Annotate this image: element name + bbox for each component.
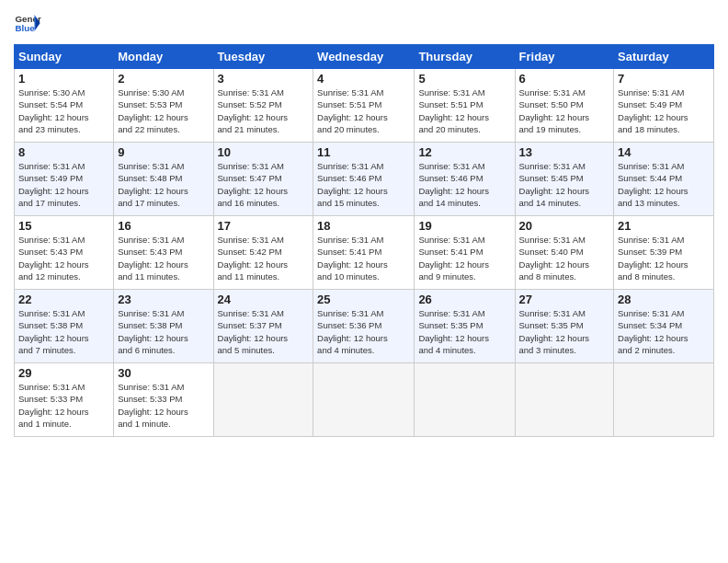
calendar-cell: 13Sunrise: 5:31 AM Sunset: 5:45 PM Dayli… xyxy=(515,143,614,216)
day-number: 14 xyxy=(618,145,710,159)
weekday-header-row: SundayMondayTuesdayWednesdayThursdayFrid… xyxy=(15,45,714,69)
calendar-cell: 4Sunrise: 5:31 AM Sunset: 5:51 PM Daylig… xyxy=(313,69,415,143)
weekday-wednesday: Wednesday xyxy=(313,45,415,69)
day-info: Sunrise: 5:30 AM Sunset: 5:53 PM Dayligh… xyxy=(118,86,209,135)
day-info: Sunrise: 5:31 AM Sunset: 5:35 PM Dayligh… xyxy=(519,307,610,356)
week-row-1: 1Sunrise: 5:30 AM Sunset: 5:54 PM Daylig… xyxy=(15,69,714,143)
calendar-cell: 9Sunrise: 5:31 AM Sunset: 5:48 PM Daylig… xyxy=(114,143,213,216)
calendar-cell: 11Sunrise: 5:31 AM Sunset: 5:46 PM Dayli… xyxy=(313,143,415,216)
day-info: Sunrise: 5:31 AM Sunset: 5:38 PM Dayligh… xyxy=(118,307,209,356)
day-number: 26 xyxy=(418,293,510,306)
day-info: Sunrise: 5:31 AM Sunset: 5:40 PM Dayligh… xyxy=(519,234,610,282)
day-number: 21 xyxy=(618,219,710,233)
day-number: 18 xyxy=(317,219,410,233)
calendar-cell: 30Sunrise: 5:31 AM Sunset: 5:33 PM Dayli… xyxy=(114,363,213,437)
calendar-cell xyxy=(515,363,614,437)
day-info: Sunrise: 5:31 AM Sunset: 5:36 PM Dayligh… xyxy=(317,307,410,356)
calendar-cell: 14Sunrise: 5:31 AM Sunset: 5:44 PM Dayli… xyxy=(614,143,714,216)
calendar-cell: 28Sunrise: 5:31 AM Sunset: 5:34 PM Dayli… xyxy=(614,290,714,363)
day-number: 19 xyxy=(418,219,510,233)
weekday-saturday: Saturday xyxy=(614,45,714,69)
logo: General Blue xyxy=(14,9,41,37)
day-info: Sunrise: 5:31 AM Sunset: 5:35 PM Dayligh… xyxy=(418,307,510,356)
calendar-cell: 17Sunrise: 5:31 AM Sunset: 5:42 PM Dayli… xyxy=(213,216,313,290)
day-number: 16 xyxy=(118,219,209,233)
week-row-3: 15Sunrise: 5:31 AM Sunset: 5:43 PM Dayli… xyxy=(15,216,714,290)
calendar-cell: 2Sunrise: 5:30 AM Sunset: 5:53 PM Daylig… xyxy=(114,69,213,143)
day-info: Sunrise: 5:31 AM Sunset: 5:48 PM Dayligh… xyxy=(118,160,209,209)
calendar-cell: 21Sunrise: 5:31 AM Sunset: 5:39 PM Dayli… xyxy=(614,216,714,290)
weekday-friday: Friday xyxy=(515,45,614,69)
day-info: Sunrise: 5:31 AM Sunset: 5:49 PM Dayligh… xyxy=(18,160,109,209)
day-info: Sunrise: 5:31 AM Sunset: 5:43 PM Dayligh… xyxy=(118,234,209,282)
calendar-cell: 23Sunrise: 5:31 AM Sunset: 5:38 PM Dayli… xyxy=(114,290,213,363)
day-number: 15 xyxy=(18,219,109,233)
day-number: 30 xyxy=(118,366,209,380)
day-info: Sunrise: 5:31 AM Sunset: 5:44 PM Dayligh… xyxy=(618,160,710,209)
calendar-cell: 24Sunrise: 5:31 AM Sunset: 5:37 PM Dayli… xyxy=(213,290,313,363)
calendar-cell: 22Sunrise: 5:31 AM Sunset: 5:38 PM Dayli… xyxy=(15,290,114,363)
day-info: Sunrise: 5:31 AM Sunset: 5:49 PM Dayligh… xyxy=(618,86,710,135)
day-info: Sunrise: 5:31 AM Sunset: 5:41 PM Dayligh… xyxy=(317,234,410,282)
page: General Blue SundayMondayTuesdayWednesda… xyxy=(0,0,728,563)
weekday-sunday: Sunday xyxy=(15,45,114,69)
week-row-5: 29Sunrise: 5:31 AM Sunset: 5:33 PM Dayli… xyxy=(15,363,714,437)
calendar-cell: 25Sunrise: 5:31 AM Sunset: 5:36 PM Dayli… xyxy=(313,290,415,363)
day-info: Sunrise: 5:31 AM Sunset: 5:33 PM Dayligh… xyxy=(118,381,209,430)
day-number: 24 xyxy=(218,293,310,306)
day-info: Sunrise: 5:30 AM Sunset: 5:54 PM Dayligh… xyxy=(18,86,109,135)
day-number: 4 xyxy=(317,72,410,86)
day-number: 9 xyxy=(118,145,209,159)
calendar-cell: 12Sunrise: 5:31 AM Sunset: 5:46 PM Dayli… xyxy=(415,143,515,216)
day-info: Sunrise: 5:31 AM Sunset: 5:50 PM Dayligh… xyxy=(519,86,610,135)
weekday-thursday: Thursday xyxy=(415,45,515,69)
week-row-2: 8Sunrise: 5:31 AM Sunset: 5:49 PM Daylig… xyxy=(15,143,714,216)
calendar-cell: 10Sunrise: 5:31 AM Sunset: 5:47 PM Dayli… xyxy=(213,143,313,216)
day-info: Sunrise: 5:31 AM Sunset: 5:37 PM Dayligh… xyxy=(218,307,310,356)
day-info: Sunrise: 5:31 AM Sunset: 5:52 PM Dayligh… xyxy=(218,86,310,135)
day-info: Sunrise: 5:31 AM Sunset: 5:34 PM Dayligh… xyxy=(618,307,710,356)
calendar-cell xyxy=(614,363,714,437)
calendar-cell: 20Sunrise: 5:31 AM Sunset: 5:40 PM Dayli… xyxy=(515,216,614,290)
calendar-table: SundayMondayTuesdayWednesdayThursdayFrid… xyxy=(14,44,714,437)
day-number: 6 xyxy=(519,72,610,86)
calendar-cell: 18Sunrise: 5:31 AM Sunset: 5:41 PM Dayli… xyxy=(313,216,415,290)
day-number: 12 xyxy=(418,145,510,159)
day-info: Sunrise: 5:31 AM Sunset: 5:42 PM Dayligh… xyxy=(218,234,310,282)
calendar-cell: 8Sunrise: 5:31 AM Sunset: 5:49 PM Daylig… xyxy=(15,143,114,216)
day-info: Sunrise: 5:31 AM Sunset: 5:46 PM Dayligh… xyxy=(317,160,410,209)
day-number: 10 xyxy=(218,145,310,159)
calendar-cell: 6Sunrise: 5:31 AM Sunset: 5:50 PM Daylig… xyxy=(515,69,614,143)
calendar-cell: 5Sunrise: 5:31 AM Sunset: 5:51 PM Daylig… xyxy=(415,69,515,143)
day-info: Sunrise: 5:31 AM Sunset: 5:38 PM Dayligh… xyxy=(18,307,109,356)
day-number: 22 xyxy=(18,293,109,306)
calendar-cell: 19Sunrise: 5:31 AM Sunset: 5:41 PM Dayli… xyxy=(415,216,515,290)
day-number: 1 xyxy=(18,72,109,86)
day-number: 23 xyxy=(118,293,209,306)
calendar-cell: 16Sunrise: 5:31 AM Sunset: 5:43 PM Dayli… xyxy=(114,216,213,290)
header: General Blue xyxy=(14,9,714,37)
day-info: Sunrise: 5:31 AM Sunset: 5:33 PM Dayligh… xyxy=(18,381,109,430)
day-number: 11 xyxy=(317,145,410,159)
logo-icon: General Blue xyxy=(14,9,41,37)
calendar-cell xyxy=(213,363,313,437)
calendar-cell: 1Sunrise: 5:30 AM Sunset: 5:54 PM Daylig… xyxy=(15,69,114,143)
calendar-cell: 7Sunrise: 5:31 AM Sunset: 5:49 PM Daylig… xyxy=(614,69,714,143)
weekday-tuesday: Tuesday xyxy=(213,45,313,69)
day-info: Sunrise: 5:31 AM Sunset: 5:39 PM Dayligh… xyxy=(618,234,710,282)
day-info: Sunrise: 5:31 AM Sunset: 5:43 PM Dayligh… xyxy=(18,234,109,282)
day-number: 20 xyxy=(519,219,610,233)
day-number: 2 xyxy=(118,72,209,86)
calendar-cell: 15Sunrise: 5:31 AM Sunset: 5:43 PM Dayli… xyxy=(15,216,114,290)
day-number: 3 xyxy=(218,72,310,86)
day-info: Sunrise: 5:31 AM Sunset: 5:51 PM Dayligh… xyxy=(418,86,510,135)
day-info: Sunrise: 5:31 AM Sunset: 5:45 PM Dayligh… xyxy=(519,160,610,209)
calendar-cell xyxy=(313,363,415,437)
day-number: 17 xyxy=(218,219,310,233)
calendar-cell: 29Sunrise: 5:31 AM Sunset: 5:33 PM Dayli… xyxy=(15,363,114,437)
calendar-cell: 26Sunrise: 5:31 AM Sunset: 5:35 PM Dayli… xyxy=(415,290,515,363)
day-number: 13 xyxy=(519,145,610,159)
weekday-monday: Monday xyxy=(114,45,213,69)
day-number: 8 xyxy=(18,145,109,159)
day-number: 29 xyxy=(18,366,109,380)
